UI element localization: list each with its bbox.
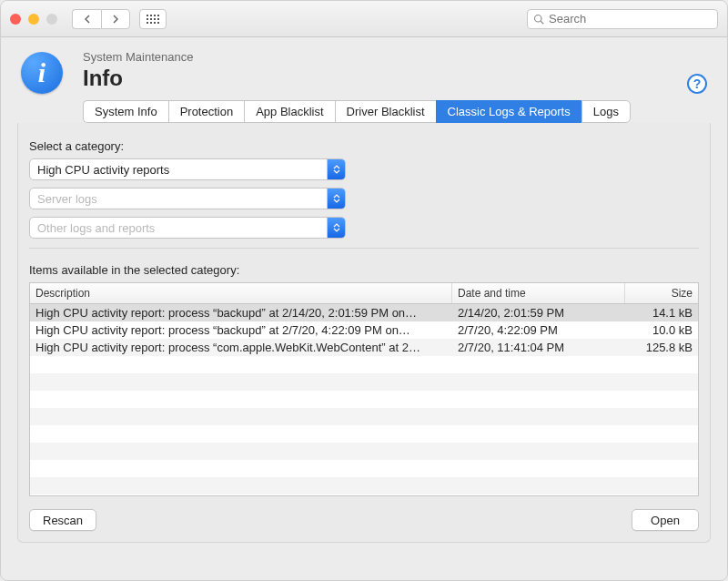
col-header-size[interactable]: Size xyxy=(625,283,698,303)
tab-classic-logs-reports[interactable]: Classic Logs & Reports xyxy=(436,100,581,123)
header: i System Maintenance Info ? System Info … xyxy=(1,37,727,123)
search-icon xyxy=(533,14,544,25)
popup-stepper-icon xyxy=(327,189,345,209)
cell-description: High CPU activity report: process “com.a… xyxy=(30,339,452,356)
chevron-left-icon xyxy=(84,15,91,24)
window-controls xyxy=(10,14,57,25)
col-header-description[interactable]: Description xyxy=(30,283,452,303)
category-popup[interactable]: High CPU activity reports xyxy=(29,158,346,180)
rescan-button[interactable]: Rescan xyxy=(29,509,96,531)
cell-description: High CPU activity report: process “backu… xyxy=(30,304,452,321)
separator xyxy=(29,248,699,249)
chevron-right-icon xyxy=(112,15,119,24)
show-all-button[interactable] xyxy=(139,9,167,29)
popup-stepper-icon xyxy=(327,159,345,179)
search-field[interactable] xyxy=(527,9,718,29)
table-row xyxy=(30,408,698,425)
open-button[interactable]: Open xyxy=(632,509,699,531)
svg-point-0 xyxy=(535,15,542,22)
category-prompt: Select a category: xyxy=(29,139,699,153)
minimize-window-button[interactable] xyxy=(28,14,39,25)
table-row xyxy=(30,391,698,408)
cell-size: 14.1 kB xyxy=(625,304,698,321)
tab-protection[interactable]: Protection xyxy=(168,100,245,123)
table-row xyxy=(30,460,698,477)
popup-stepper-icon xyxy=(327,218,345,238)
cell-size: 10.0 kB xyxy=(625,321,698,339)
cell-datetime: 2/7/20, 11:41:04 PM xyxy=(452,339,625,356)
table-row[interactable]: High CPU activity report: process “com.a… xyxy=(30,339,698,356)
table-row[interactable]: High CPU activity report: process “backu… xyxy=(30,304,698,321)
search-input[interactable] xyxy=(549,12,712,25)
title-bar xyxy=(1,1,727,37)
table-row xyxy=(30,373,698,391)
nav-buttons xyxy=(72,9,130,29)
tab-bar: System Info Protection App Blacklist Dri… xyxy=(83,100,709,123)
table-row xyxy=(30,443,698,460)
svg-line-1 xyxy=(541,21,543,24)
cell-datetime: 2/14/20, 2:01:59 PM xyxy=(452,304,625,321)
items-label: Items available in the selected category… xyxy=(29,263,699,277)
tab-app-blacklist[interactable]: App Blacklist xyxy=(244,100,334,123)
table-row xyxy=(30,425,698,443)
tab-logs[interactable]: Logs xyxy=(581,100,631,123)
table-header: Description Date and time Size xyxy=(30,283,698,304)
content-well: Select a category: High CPU activity rep… xyxy=(17,123,711,543)
zoom-window-button[interactable] xyxy=(46,14,57,25)
close-window-button[interactable] xyxy=(10,14,21,25)
back-button[interactable] xyxy=(72,9,101,29)
cell-size: 125.8 kB xyxy=(625,339,698,356)
tab-driver-blacklist[interactable]: Driver Blacklist xyxy=(335,100,436,123)
items-table: Description Date and time Size High CPU … xyxy=(29,282,699,496)
help-button[interactable]: ? xyxy=(687,74,707,94)
table-row[interactable]: High CPU activity report: process “backu… xyxy=(30,321,698,339)
grid-icon xyxy=(147,15,159,24)
forward-button[interactable] xyxy=(101,9,130,29)
page-title: Info xyxy=(83,66,709,91)
category-popup-value: High CPU activity reports xyxy=(37,163,169,177)
server-logs-popup-value: Server logs xyxy=(37,192,97,206)
footer: Rescan Open xyxy=(29,509,699,531)
server-logs-popup[interactable]: Server logs xyxy=(29,188,346,209)
other-logs-popup-value: Other logs and reports xyxy=(37,221,155,235)
table-row xyxy=(30,356,698,373)
cell-datetime: 2/7/20, 4:22:09 PM xyxy=(452,321,625,339)
col-header-datetime[interactable]: Date and time xyxy=(452,283,625,303)
other-logs-popup[interactable]: Other logs and reports xyxy=(29,217,346,239)
cell-description: High CPU activity report: process “backu… xyxy=(30,321,452,339)
info-icon: i xyxy=(21,52,63,94)
tab-system-info[interactable]: System Info xyxy=(83,100,168,123)
app-subtitle: System Maintenance xyxy=(83,50,709,64)
table-body: High CPU activity report: process “backu… xyxy=(30,304,698,494)
table-row xyxy=(30,477,698,494)
